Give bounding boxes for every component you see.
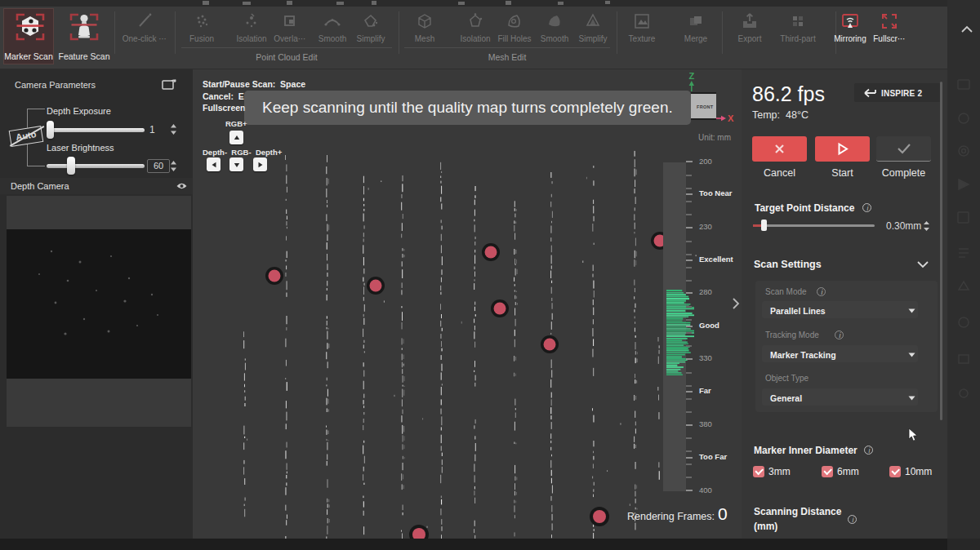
- svg-text:FRONT: FRONT: [697, 104, 714, 109]
- svg-text:Z: Z: [689, 71, 695, 81]
- svg-text:X: X: [728, 113, 734, 123]
